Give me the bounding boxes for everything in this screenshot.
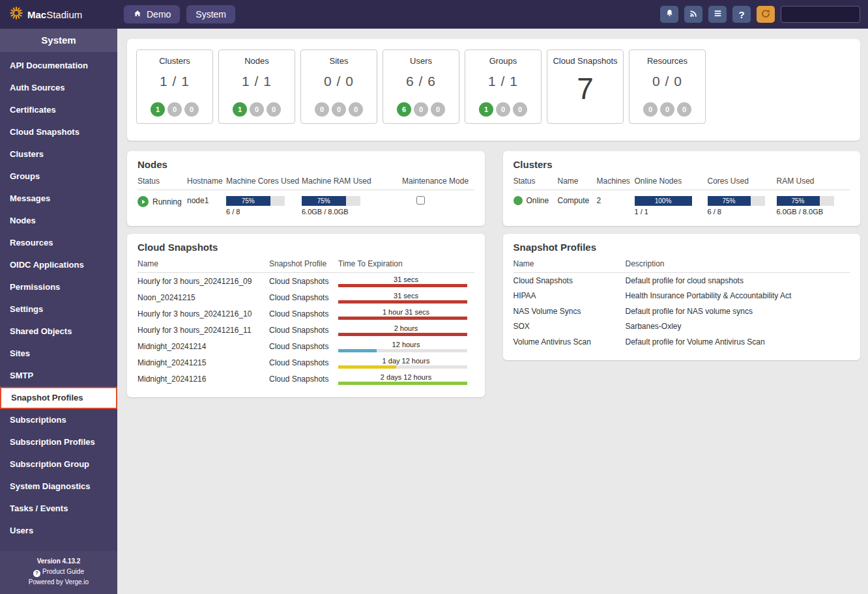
status-badge: 0 bbox=[660, 102, 674, 117]
sidebar-item-groups[interactable]: Groups bbox=[0, 165, 117, 188]
refresh-button[interactable] bbox=[757, 6, 775, 23]
snapshot-row[interactable]: Hourly for 3 hours_20241216_10 Cloud Sna… bbox=[137, 305, 474, 322]
sidebar-item-messages[interactable]: Messages bbox=[0, 188, 117, 210]
sidebar-item-users[interactable]: Users bbox=[0, 520, 117, 542]
profile-name: SOX bbox=[514, 322, 626, 331]
tile-sites[interactable]: Sites 0 / 0 0 0 0 bbox=[300, 50, 377, 124]
maintenance-mode-checkbox[interactable] bbox=[416, 196, 425, 205]
help-button[interactable]: ? bbox=[732, 6, 751, 23]
ram-detail: 6.0GB / 8.0GB bbox=[302, 208, 402, 216]
snapshot-name: Hourly for 3 hours_20241216_09 bbox=[137, 277, 269, 286]
snapshot-row[interactable]: Hourly for 3 hours_20241216_11 Cloud Sna… bbox=[137, 322, 474, 338]
tile-users[interactable]: Users 6 / 6 6 0 0 bbox=[383, 50, 459, 124]
brand-text: MacStadium bbox=[27, 9, 82, 20]
profile-row[interactable]: HIPAA Health Insurance Portability & Acc… bbox=[514, 289, 850, 304]
sidebar-item-smtp[interactable]: SMTP bbox=[0, 365, 117, 387]
sidebar-item-certificates[interactable]: Certificates bbox=[0, 99, 117, 121]
tile-cloud-snapshots[interactable]: Cloud Snapshots 7 bbox=[547, 50, 624, 124]
tile-clusters[interactable]: Clusters 1 / 1 1 0 0 bbox=[136, 50, 213, 124]
sidebar-item-subscriptions[interactable]: Subscriptions bbox=[0, 409, 117, 431]
tile-value: 0 / 0 bbox=[324, 74, 354, 89]
tile-label: Nodes bbox=[244, 56, 269, 66]
snapshot-row[interactable]: Hourly for 3 hours_20241216_09 Cloud Sna… bbox=[137, 273, 474, 289]
sidebar-item-permissions[interactable]: Permissions bbox=[0, 276, 117, 298]
status-badge: 1 bbox=[151, 102, 165, 117]
tile-groups[interactable]: Groups 1 / 1 1 0 0 bbox=[465, 50, 542, 124]
expiration-label: 1 day 12 hours bbox=[338, 357, 474, 365]
bell-icon bbox=[665, 8, 674, 20]
snapshot-profile: Cloud Snapshots bbox=[269, 342, 338, 351]
status-badge: 6 bbox=[397, 102, 411, 117]
tile-label: Resources bbox=[647, 56, 687, 66]
cluster-row[interactable]: Online Compute 2 100% 1 / 1 75% bbox=[514, 190, 850, 216]
snapshot-row[interactable]: Midnight_20241216 Cloud Snapshots 2 days… bbox=[137, 371, 474, 387]
home-icon bbox=[133, 9, 142, 20]
cores-used-progress-bar: 75% bbox=[708, 196, 765, 206]
node-row[interactable]: Running node1 75% 6 / 8 75% 6.0GB / 8.0G… bbox=[137, 190, 474, 216]
snapshot-profiles-table-header: Name Description bbox=[514, 259, 850, 273]
expiration-bar bbox=[338, 365, 467, 369]
snapshot-row[interactable]: Midnight_20241214 Cloud Snapshots 12 hou… bbox=[137, 338, 474, 354]
snapshot-profile: Cloud Snapshots bbox=[269, 358, 338, 367]
snapshot-profile: Cloud Snapshots bbox=[269, 375, 338, 384]
sidebar-item-snapshot-profiles[interactable]: Snapshot Profiles bbox=[0, 387, 117, 409]
logs-button[interactable] bbox=[708, 6, 727, 23]
expiration-label: 1 hour 31 secs bbox=[338, 308, 474, 317]
clusters-panel: Clusters Status Name Machines Online Nod… bbox=[503, 151, 861, 226]
feed-button[interactable] bbox=[684, 6, 702, 23]
product-guide-link[interactable]: ?Product Guide bbox=[3, 567, 115, 577]
status-badge: 0 bbox=[496, 102, 510, 117]
snapshot-name: Midnight_20241215 bbox=[137, 358, 269, 367]
sidebar-item-nodes[interactable]: Nodes bbox=[0, 210, 117, 232]
sunburst-icon bbox=[9, 6, 23, 23]
snapshot-row[interactable]: Noon_20241215 Cloud Snapshots 31 secs bbox=[137, 289, 474, 305]
sidebar-item-sites[interactable]: Sites bbox=[0, 343, 117, 365]
running-status-icon bbox=[137, 196, 149, 207]
status-badge: 0 bbox=[167, 102, 182, 117]
snapshot-row[interactable]: Midnight_20241215 Cloud Snapshots 1 day … bbox=[137, 354, 474, 371]
sidebar-item-system-diagnostics[interactable]: System Diagnostics bbox=[0, 475, 117, 498]
sidebar-item-subscription-group[interactable]: Subscription Group bbox=[0, 453, 117, 475]
sidebar-item-shared-objects[interactable]: Shared Objects bbox=[0, 320, 117, 343]
profile-description: Default profile for cloud snapshots bbox=[626, 276, 850, 285]
sidebar-item-cloud-snapshots[interactable]: Cloud Snapshots bbox=[0, 121, 117, 143]
demo-button[interactable]: Demo bbox=[124, 5, 180, 23]
notifications-button[interactable] bbox=[660, 6, 678, 23]
sidebar-menu: API Documentation Auth Sources Certifica… bbox=[0, 52, 117, 551]
profile-row[interactable]: Cloud Snapshots Default profile for clou… bbox=[514, 273, 850, 289]
sidebar-item-clusters[interactable]: Clusters bbox=[0, 143, 117, 165]
profile-row[interactable]: NAS Volume Syncs Default profile for NAS… bbox=[514, 304, 850, 319]
snapshot-profile: Cloud Snapshots bbox=[269, 277, 338, 286]
sidebar-item-auth-sources[interactable]: Auth Sources bbox=[0, 77, 117, 99]
status-badge: 0 bbox=[267, 102, 281, 117]
tile-resources[interactable]: Resources 0 / 0 0 0 0 bbox=[629, 50, 706, 124]
expiration-bar bbox=[338, 284, 467, 287]
macstadium-logo[interactable]: MacStadium bbox=[0, 6, 117, 23]
snapshot-profile: Cloud Snapshots bbox=[269, 293, 338, 302]
sidebar-item-tasks-events[interactable]: Tasks / Events bbox=[0, 498, 117, 520]
tile-value: 1 / 1 bbox=[488, 74, 518, 89]
expiration-bar bbox=[338, 333, 467, 336]
expiration-bar bbox=[338, 317, 467, 320]
main-content: Clusters 1 / 1 1 0 0 Nodes 1 / 1 1 0 0 bbox=[117, 29, 868, 594]
expiration-label: 31 secs bbox=[338, 292, 474, 300]
sidebar-item-settings[interactable]: Settings bbox=[0, 298, 117, 320]
snapshot-name: Midnight_20241214 bbox=[137, 342, 269, 351]
tile-value: 1 / 1 bbox=[160, 74, 190, 89]
snapshot-name: Midnight_20241216 bbox=[137, 375, 269, 384]
profile-row[interactable]: Volume Antivirus Scan Default profile fo… bbox=[514, 334, 850, 350]
status-badge: 0 bbox=[513, 102, 527, 117]
sidebar-item-api-documentation[interactable]: API Documentation bbox=[0, 55, 117, 77]
sidebar-item-subscription-profiles[interactable]: Subscription Profiles bbox=[0, 431, 117, 453]
status-badge: 0 bbox=[315, 102, 329, 117]
profile-description: Health Insurance Portability & Accountab… bbox=[626, 291, 850, 300]
profile-row[interactable]: SOX Sarbanes-Oxley bbox=[514, 319, 850, 335]
sidebar-item-resources[interactable]: Resources bbox=[0, 232, 117, 254]
system-button[interactable]: System bbox=[186, 5, 235, 23]
sidebar-item-oidc-applications[interactable]: OIDC Applications bbox=[0, 254, 117, 276]
system-button-label: System bbox=[195, 9, 226, 20]
snapshot-name: Noon_20241215 bbox=[137, 293, 269, 302]
status-badge: 0 bbox=[414, 102, 428, 117]
topbar-input[interactable] bbox=[781, 6, 860, 23]
tile-nodes[interactable]: Nodes 1 / 1 1 0 0 bbox=[218, 50, 295, 124]
